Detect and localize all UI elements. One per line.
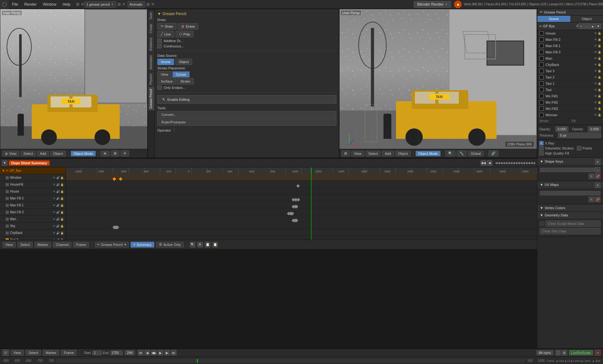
ds-extra-btn[interactable]: ⚙ xyxy=(197,242,203,247)
tab-animation[interactable]: Animation xyxy=(148,53,155,71)
ds-layer-sky[interactable]: Sky 👁🔊🔒 xyxy=(0,223,66,230)
enable-editing-btn[interactable]: ↖ Enable Editing xyxy=(157,95,336,104)
menu-file[interactable]: File xyxy=(9,0,21,9)
uv-pin-btn[interactable]: 📌 xyxy=(595,197,600,202)
ds-layer-house[interactable]: House 👁🔊🔒 xyxy=(0,188,66,195)
hq-fill-checkbox[interactable] xyxy=(539,151,544,155)
kf-diamond[interactable] xyxy=(296,184,300,187)
layer-man-fill-1[interactable]: Man Fill 1 👁🔒 xyxy=(537,43,603,49)
convert-btn[interactable]: Convert... xyxy=(157,111,336,118)
sk-minus-btn[interactable]: − xyxy=(595,167,600,173)
vp-extra-btn[interactable]: ⊞ xyxy=(111,150,119,156)
sculpt-mask-checkbox[interactable] xyxy=(540,221,544,226)
tab-grease-pencil[interactable]: Grease Pencil xyxy=(148,87,155,111)
object-tab[interactable]: Object xyxy=(570,16,603,22)
tl-icon-1[interactable]: 🎵 xyxy=(555,350,561,356)
right-global-btn[interactable]: Global xyxy=(468,151,484,156)
ds-layer-man-fill-2[interactable]: Man Fill 2 👁🔊🔒 xyxy=(0,195,66,202)
ds-layer-housefill[interactable]: HouseFill 👁🔊🔒 xyxy=(0,181,66,188)
ds-layer-window[interactable]: Window 👁 🔊 🔒 xyxy=(0,174,66,181)
right-vp-select-btn[interactable]: Select xyxy=(366,151,381,156)
layer-remove-btn[interactable]: − xyxy=(584,23,590,29)
ds-view-btn[interactable]: View xyxy=(3,242,16,247)
layer-house[interactable]: House 👁🔒 xyxy=(537,30,603,36)
ds-layer-man-fill-1[interactable]: Man Fill 1 👁🔊🔒 xyxy=(0,202,66,209)
summary-btn[interactable]: ≡ Summary xyxy=(131,242,154,247)
right-extra-btn2[interactable]: 🔧 xyxy=(457,150,467,156)
volumetric-checkbox[interactable] xyxy=(539,146,544,150)
layer-wo-fill1[interactable]: Wo Fill1 👁🔒 xyxy=(537,93,603,99)
vp-add-btn[interactable]: Add xyxy=(37,151,49,156)
geometry-data-header[interactable]: ▼ Geometry Data xyxy=(537,212,603,219)
current-frame-field[interactable]: 296 xyxy=(125,350,135,355)
loc-rot-scale-btn[interactable]: LocRotScale xyxy=(569,350,593,355)
tl-select-btn[interactable]: Select xyxy=(26,350,41,356)
layer-taxi-3[interactable]: Taxi 3 👁🔒 xyxy=(537,68,603,74)
cursor-placement-btn[interactable]: Cursor xyxy=(172,71,190,78)
play-reverse-btn[interactable]: ◀▶ xyxy=(151,350,157,356)
draw-btn[interactable]: ✏ Draw xyxy=(157,23,177,30)
sk-pin-btn[interactable]: 📌 xyxy=(595,173,600,179)
ds-frame-btn[interactable]: Frame xyxy=(73,242,89,247)
right-vp-mode-btn[interactable]: ⊞ xyxy=(341,150,350,156)
ds-select-btn[interactable]: Select xyxy=(18,242,33,247)
uv-slider[interactable] xyxy=(540,191,600,195)
fill-opacity-field[interactable]: 0.000 xyxy=(588,126,601,132)
right-snap-btn[interactable]: 🔗 xyxy=(488,150,498,156)
poly-btn[interactable]: ⬡ Poly xyxy=(176,31,193,37)
timeline-scrubber[interactable] xyxy=(56,359,525,363)
ds-channel-btn[interactable]: Channel xyxy=(53,242,71,247)
additive-draw-checkbox[interactable] xyxy=(157,39,162,43)
vertex-colors-header[interactable]: ▼ Vertex Colors xyxy=(537,204,603,211)
vp-view-icon-btn[interactable]: 👁 xyxy=(100,151,110,156)
grease-pencil-selector[interactable]: ✏ Grease Pencil ▼ xyxy=(95,242,129,247)
workspace-selector[interactable]: 1 grease pencil ▼ xyxy=(84,1,116,8)
xray-checkbox[interactable]: ✓ xyxy=(539,141,544,145)
shape-keys-header[interactable]: ▼ Shape Keys + xyxy=(537,158,603,165)
ds-extra-btn2[interactable]: 📋 xyxy=(205,242,210,247)
ds-layer-man-fill-3[interactable]: Man Fill 3 👁🔊🔒 xyxy=(0,209,66,216)
continuous-checkbox[interactable] xyxy=(157,44,162,48)
surface-placement-btn[interactable]: Surface xyxy=(157,78,176,84)
points-checkbox[interactable] xyxy=(577,146,581,150)
kf-diamond[interactable] xyxy=(119,177,122,181)
layer-wo-fill3[interactable]: Wo Fill3 👁🔒 xyxy=(537,106,603,112)
right-vp-add-btn[interactable]: Add xyxy=(382,151,394,156)
layer-wo-fill2[interactable]: Wo Fill2 👁🔒 xyxy=(537,99,603,106)
ds-layer-cityback[interactable]: CityBack 👁🔊🔒 xyxy=(0,230,66,236)
end-frame-field[interactable]: 1755 xyxy=(110,350,123,355)
layer-cityback[interactable]: CityBack 👁🔒 xyxy=(537,62,603,68)
ds-icon-1[interactable]: ◀◀ xyxy=(481,160,486,166)
clear-skin-btn[interactable]: Clear Skin Data xyxy=(540,228,600,234)
layer-add-btn[interactable]: + xyxy=(579,23,584,29)
ds-layer-taxi3[interactable]: Taxi 3 👁🔊🔒 xyxy=(0,236,66,240)
ds-layer-gp-bye[interactable]: ▼ ✏ GP_Bye xyxy=(0,167,66,174)
line-btn[interactable]: ╱ Line xyxy=(157,31,174,37)
ds-collapse-btn[interactable]: ▼ xyxy=(2,160,8,166)
clear-sculpt-btn[interactable]: Clear Sculpt-Mask Data xyxy=(546,220,600,227)
sk-equal-btn[interactable]: = xyxy=(589,173,594,179)
tab-create[interactable]: Create xyxy=(148,22,155,35)
jump-end-btn[interactable]: ⏭ xyxy=(171,350,177,356)
sk-slider[interactable] xyxy=(540,168,600,172)
scene-btn[interactable]: Scene xyxy=(157,59,174,65)
jump-start-btn[interactable]: ⏮ xyxy=(138,350,144,356)
uv-add-btn[interactable]: + xyxy=(595,182,600,188)
tl-marker-btn[interactable]: Marker xyxy=(43,350,59,356)
layer-man-fill-2[interactable]: Man Fill 2 👁🔒 xyxy=(537,36,603,43)
ds-layer-man[interactable]: Man 👁🔊🔒 xyxy=(0,216,66,223)
start-frame-field[interactable]: 1 xyxy=(92,350,102,355)
tl-close-btn[interactable]: ✕ xyxy=(595,350,600,356)
thickness-field[interactable]: 5 px xyxy=(558,133,601,138)
vp-select-btn[interactable]: Select xyxy=(21,151,36,156)
menu-help[interactable]: Help xyxy=(59,0,73,9)
vp-object-btn[interactable]: Object xyxy=(50,151,66,156)
right-objectmode-btn[interactable]: Object Mode xyxy=(416,151,441,156)
stroke-opacity-field[interactable]: 0.000 xyxy=(555,126,568,132)
tl-frame-btn[interactable]: Frame xyxy=(61,350,77,356)
ds-extra-btn3[interactable]: 📋 xyxy=(212,242,218,247)
menu-render[interactable]: Render xyxy=(21,0,40,9)
vp-mode-btn[interactable]: ⊞ View xyxy=(2,151,19,156)
layer-taxi-1[interactable]: Taxi 1 👁🔒 xyxy=(537,80,603,87)
layer-taxi-2[interactable]: Taxi 2 👁🔒 xyxy=(537,74,603,80)
